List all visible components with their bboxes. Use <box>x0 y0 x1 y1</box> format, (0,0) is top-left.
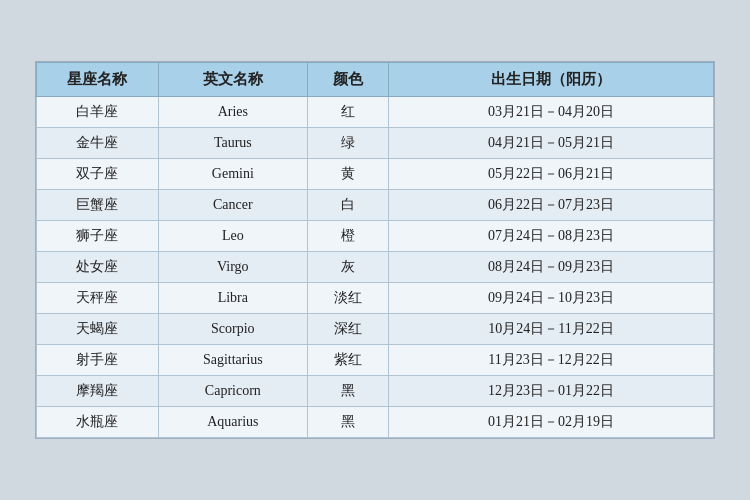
cell-english: Scorpio <box>158 314 307 345</box>
cell-color: 深红 <box>307 314 388 345</box>
cell-chinese: 天秤座 <box>37 283 159 314</box>
cell-chinese: 狮子座 <box>37 221 159 252</box>
cell-english: Leo <box>158 221 307 252</box>
zodiac-table: 星座名称 英文名称 颜色 出生日期（阳历） 白羊座Aries红03月21日－04… <box>36 62 714 438</box>
cell-color: 红 <box>307 97 388 128</box>
cell-date: 05月22日－06月21日 <box>389 159 714 190</box>
cell-chinese: 处女座 <box>37 252 159 283</box>
table-row: 水瓶座Aquarius黑01月21日－02月19日 <box>37 407 714 438</box>
table-body: 白羊座Aries红03月21日－04月20日金牛座Taurus绿04月21日－0… <box>37 97 714 438</box>
table-row: 射手座Sagittarius紫红11月23日－12月22日 <box>37 345 714 376</box>
cell-date: 11月23日－12月22日 <box>389 345 714 376</box>
cell-english: Cancer <box>158 190 307 221</box>
cell-chinese: 双子座 <box>37 159 159 190</box>
zodiac-table-container: 星座名称 英文名称 颜色 出生日期（阳历） 白羊座Aries红03月21日－04… <box>35 61 715 439</box>
table-row: 双子座Gemini黄05月22日－06月21日 <box>37 159 714 190</box>
cell-color: 紫红 <box>307 345 388 376</box>
cell-date: 01月21日－02月19日 <box>389 407 714 438</box>
cell-date: 12月23日－01月22日 <box>389 376 714 407</box>
cell-english: Capricorn <box>158 376 307 407</box>
cell-chinese: 天蝎座 <box>37 314 159 345</box>
table-header-row: 星座名称 英文名称 颜色 出生日期（阳历） <box>37 63 714 97</box>
cell-english: Gemini <box>158 159 307 190</box>
cell-english: Aries <box>158 97 307 128</box>
cell-color: 黄 <box>307 159 388 190</box>
cell-date: 03月21日－04月20日 <box>389 97 714 128</box>
cell-color: 白 <box>307 190 388 221</box>
table-row: 处女座Virgo灰08月24日－09月23日 <box>37 252 714 283</box>
cell-color: 灰 <box>307 252 388 283</box>
header-chinese: 星座名称 <box>37 63 159 97</box>
header-english: 英文名称 <box>158 63 307 97</box>
cell-color: 绿 <box>307 128 388 159</box>
table-row: 天秤座Libra淡红09月24日－10月23日 <box>37 283 714 314</box>
cell-english: Libra <box>158 283 307 314</box>
cell-date: 07月24日－08月23日 <box>389 221 714 252</box>
cell-chinese: 水瓶座 <box>37 407 159 438</box>
cell-color: 淡红 <box>307 283 388 314</box>
cell-chinese: 巨蟹座 <box>37 190 159 221</box>
table-row: 白羊座Aries红03月21日－04月20日 <box>37 97 714 128</box>
header-color: 颜色 <box>307 63 388 97</box>
header-date: 出生日期（阳历） <box>389 63 714 97</box>
cell-color: 黑 <box>307 407 388 438</box>
cell-english: Sagittarius <box>158 345 307 376</box>
table-row: 狮子座Leo橙07月24日－08月23日 <box>37 221 714 252</box>
cell-date: 06月22日－07月23日 <box>389 190 714 221</box>
cell-color: 橙 <box>307 221 388 252</box>
cell-chinese: 摩羯座 <box>37 376 159 407</box>
cell-chinese: 白羊座 <box>37 97 159 128</box>
cell-date: 08月24日－09月23日 <box>389 252 714 283</box>
table-row: 摩羯座Capricorn黑12月23日－01月22日 <box>37 376 714 407</box>
table-row: 金牛座Taurus绿04月21日－05月21日 <box>37 128 714 159</box>
cell-date: 10月24日－11月22日 <box>389 314 714 345</box>
cell-date: 04月21日－05月21日 <box>389 128 714 159</box>
table-row: 天蝎座Scorpio深红10月24日－11月22日 <box>37 314 714 345</box>
cell-english: Aquarius <box>158 407 307 438</box>
cell-date: 09月24日－10月23日 <box>389 283 714 314</box>
cell-english: Taurus <box>158 128 307 159</box>
cell-chinese: 金牛座 <box>37 128 159 159</box>
table-row: 巨蟹座Cancer白06月22日－07月23日 <box>37 190 714 221</box>
cell-chinese: 射手座 <box>37 345 159 376</box>
cell-color: 黑 <box>307 376 388 407</box>
cell-english: Virgo <box>158 252 307 283</box>
